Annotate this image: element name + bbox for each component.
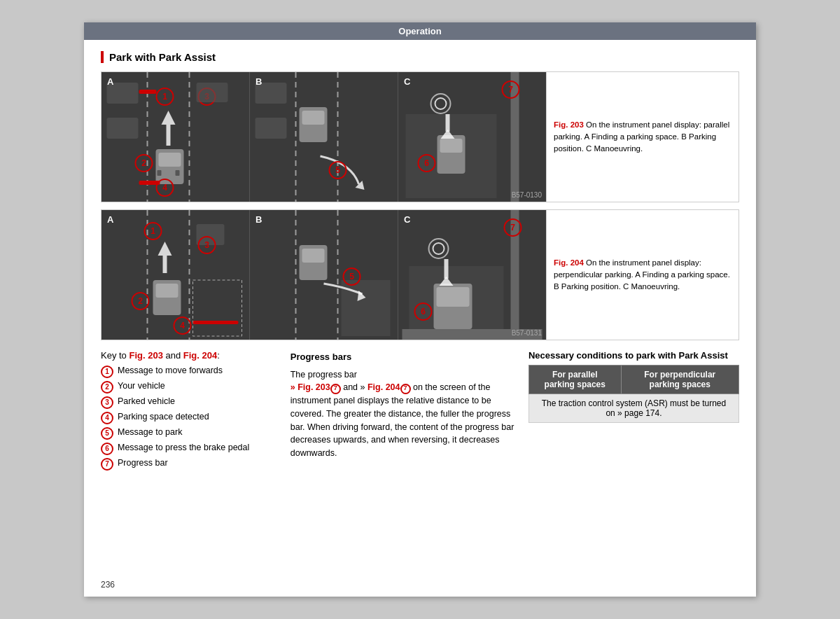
svg-rect-68 (302, 249, 325, 263)
key-item-4: 4 Parking space detected (101, 411, 279, 424)
conditions-title: Necessary conditions to park with Park A… (528, 350, 739, 361)
svg-rect-5 (139, 90, 157, 94)
svg-rect-28 (302, 111, 325, 125)
fig-watermark-203: B57-0130 (512, 191, 542, 199)
svg-text:6: 6 (421, 307, 426, 317)
figures-row-204: A 3 (101, 209, 739, 340)
key-item-5: 5 Message to park (101, 426, 279, 440)
svg-text:7: 7 (508, 85, 513, 95)
page: Operation Park with Park Assist A (84, 22, 756, 597)
figure-panel-203b: B (250, 72, 398, 202)
key-fig1: Fig. 203 (129, 350, 162, 361)
bottom-section: Key to Fig. 203 and Fig. 204: 1 Message … (101, 350, 739, 473)
key-num-1: 1 (101, 366, 113, 378)
svg-text:5: 5 (335, 165, 340, 175)
svg-rect-12 (158, 170, 162, 176)
figure-panel-204a: A 3 (102, 210, 250, 340)
svg-rect-9 (167, 125, 171, 146)
key-text-7: Progress bar (118, 457, 168, 470)
header-title: Operation (398, 26, 441, 36)
figure-panel-204c: C (398, 210, 546, 340)
progress-t7: on the screen of the instrument panel di… (290, 382, 514, 458)
svg-text:4: 4 (180, 321, 185, 331)
progress-title: Progress bars (290, 350, 517, 364)
key-title: Key to Fig. 203 and Fig. 204: (101, 350, 279, 361)
progress-t4: and » (341, 382, 368, 392)
panel-label-b2: B (255, 214, 262, 225)
diagram-204a: 3 1 2 (102, 210, 249, 340)
svg-text:1: 1 (162, 92, 167, 102)
svg-text:7: 7 (510, 223, 515, 232)
key-item-1: 1 Message to move forwards (101, 365, 279, 378)
svg-text:2: 2 (138, 296, 143, 306)
diagram-204c: 6 7 (398, 210, 546, 340)
diagram-204b: 5 (250, 210, 398, 340)
key-text-4: Parking space detected (118, 411, 209, 424)
svg-rect-38 (446, 114, 450, 132)
progress-text: The progress bar » Fig. 2037 and » Fig. … (290, 368, 517, 460)
key-item-2: 2 Your vehicle (101, 380, 279, 394)
figure-caption-203: Fig. 203 On the instrument panel display… (546, 72, 738, 202)
conditions-data-row: The traction control system (ASR) must b… (528, 394, 738, 423)
progress-section: Progress bars The progress bar » Fig. 20… (290, 350, 517, 473)
key-text-2: Your vehicle (118, 380, 165, 393)
figure-panel-204b: B 5 (250, 210, 398, 340)
key-text-5: Message to park (118, 426, 182, 439)
figure-panel-203a: A 1 (102, 72, 250, 202)
key-num-6: 6 (101, 443, 113, 455)
svg-rect-13 (176, 170, 180, 176)
svg-rect-76 (437, 287, 470, 307)
conditions-col1: For parallel parking spaces (528, 366, 621, 394)
key-num-5: 5 (101, 427, 113, 440)
panel-label-c2: C (404, 214, 410, 225)
key-num-2: 2 (101, 381, 113, 394)
key-num-3: 3 (101, 396, 113, 409)
svg-rect-21 (197, 83, 228, 102)
figures-row-203: A 1 (101, 71, 739, 202)
svg-rect-36 (440, 139, 463, 153)
progress-fig1: » Fig. 203 (290, 382, 330, 392)
fig-watermark-204: B57-0131 (512, 329, 542, 337)
svg-rect-57 (156, 284, 178, 298)
key-item-6: 6 Message to press the brake pedal (101, 442, 279, 455)
page-content: Park with Park Assist A (84, 40, 756, 487)
svg-rect-53 (163, 256, 167, 273)
key-prefix: Key to (101, 350, 129, 361)
diagram-203a: 1 2 (102, 72, 249, 202)
conditions-col2: For perpendicular parking spaces (621, 366, 738, 394)
svg-text:6: 6 (424, 158, 429, 168)
key-num-4: 4 (101, 412, 113, 424)
svg-text:5: 5 (349, 272, 354, 281)
key-section: Key to Fig. 203 and Fig. 204: 1 Message … (101, 350, 279, 473)
conditions-cell: The traction control system (ASR) must b… (528, 394, 738, 423)
key-mid: and (163, 350, 183, 361)
figure-group-204: A 3 (102, 210, 546, 340)
key-num-7: 7 (101, 458, 113, 471)
key-item-3: 3 Parked vehicle (101, 396, 279, 409)
panel-label-c1: C (404, 76, 410, 87)
svg-text:1: 1 (150, 226, 155, 236)
page-number: 236 (101, 580, 115, 590)
key-text-6: Message to press the brake pedal (118, 442, 249, 454)
svg-rect-49 (197, 224, 225, 245)
panel-label-a2: A (107, 214, 113, 225)
key-fig2: Fig. 204 (183, 350, 217, 361)
diagram-203b: 5 (250, 72, 398, 202)
panel-label-a1: A (107, 76, 113, 87)
fig204-label: Fig. 204 (554, 258, 584, 267)
figure-caption-204: Fig. 204 On the instrument panel display… (546, 210, 738, 340)
key-item-7: 7 Progress bar (101, 457, 279, 471)
key-text-1: Message to move forwards (118, 365, 223, 377)
progress-circle-7b: 7 (400, 384, 411, 394)
panel-label-b1: B (255, 76, 262, 87)
conditions-section: Necessary conditions to park with Park A… (528, 350, 739, 473)
conditions-header-row: For parallel parking spaces For perpendi… (528, 366, 738, 394)
page-header: Operation (84, 22, 756, 40)
svg-rect-60 (193, 321, 239, 324)
figure-panel-203c: C (398, 72, 546, 202)
figure-group-203: A 1 (102, 72, 546, 202)
progress-fig2: Fig. 204 (368, 382, 400, 392)
svg-text:3: 3 (204, 240, 209, 250)
diagram-203c: 6 7 (398, 72, 546, 202)
progress-t1: The progress bar (290, 370, 357, 380)
